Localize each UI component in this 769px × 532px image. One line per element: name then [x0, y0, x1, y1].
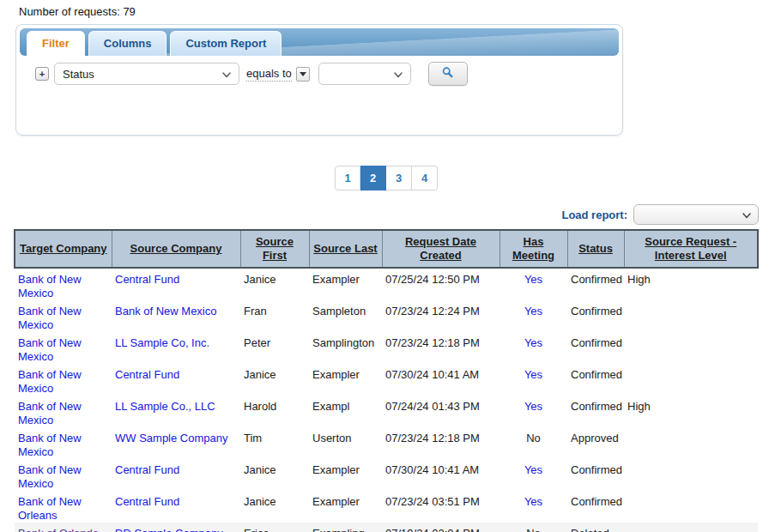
source-last-cell: Exampl	[309, 396, 382, 427]
target-company-link[interactable]: Bank of New Mexico	[18, 463, 82, 490]
status-cell: Deleted	[567, 523, 624, 532]
filter-value-select[interactable]	[318, 63, 411, 85]
has-meeting-link[interactable]: Yes	[524, 463, 542, 476]
source-last-cell: Exampler	[309, 364, 382, 396]
page-button-3[interactable]: 3	[386, 166, 412, 190]
target-company-link[interactable]: Bank of New Mexico	[18, 400, 82, 426]
source-first-cell: Peter	[240, 332, 309, 364]
has-meeting-cell: No	[500, 427, 567, 459]
interest-level-cell	[624, 332, 758, 364]
has-meeting-cell: Yes	[500, 364, 567, 396]
target-company-link[interactable]: Bank of Orlando	[18, 527, 99, 532]
filter-operator-dropdown-button[interactable]	[296, 67, 310, 82]
target-company-link[interactable]: Bank of New Mexico	[18, 368, 82, 395]
column-header-request-date-created[interactable]: Request Date Created	[382, 230, 500, 268]
chevron-down-icon	[742, 209, 751, 221]
search-button[interactable]	[428, 62, 468, 86]
has-meeting-cell: Yes	[500, 268, 567, 300]
filter-panel: FilterColumnsCustom Report Hide Options …	[15, 24, 623, 136]
column-header-source-last[interactable]: Source Last	[309, 230, 382, 268]
tab-bar: FilterColumnsCustom Report	[20, 28, 619, 56]
request-date-created-cell: 07/23/24 03:51 PM	[382, 491, 500, 523]
source-company-link[interactable]: Central Fund	[115, 463, 179, 476]
target-company-cell: Bank of New Mexico	[15, 396, 112, 427]
source-company-cell: Bank of New Mexico	[112, 300, 240, 332]
request-date-created-cell: 07/23/24 12:24 PM	[382, 300, 500, 332]
target-company-cell: Bank of New Mexico	[15, 332, 112, 364]
page-button-4[interactable]: 4	[412, 166, 438, 190]
request-date-created-cell: 07/25/24 12:50 PM	[382, 268, 500, 300]
filter-field-select[interactable]: Status	[54, 63, 239, 85]
source-company-link[interactable]: LL Sample Co, Inc.	[115, 336, 209, 349]
status-cell: Confirmed	[567, 459, 624, 491]
interest-level-cell	[624, 300, 758, 332]
chevron-down-icon	[222, 68, 231, 81]
page-button-2[interactable]: 2	[360, 166, 386, 190]
source-company-cell: Central Fund	[112, 364, 240, 396]
has-meeting-cell: Yes	[500, 332, 567, 364]
source-company-link[interactable]: Bank of New Mexico	[115, 305, 217, 317]
requests-table: Target CompanySource CompanySource First…	[14, 229, 759, 532]
source-company-link[interactable]: Central Fund	[115, 368, 179, 381]
source-last-cell: Userton	[309, 427, 382, 459]
source-first-cell: Harold	[240, 396, 309, 427]
table-row: Bank of OrlandoDD Sample Company [delete…	[15, 523, 758, 532]
has-meeting-link[interactable]: Yes	[524, 400, 542, 413]
target-company-link[interactable]: Bank of New Mexico	[18, 305, 82, 331]
has-meeting-link[interactable]: Yes	[524, 305, 542, 317]
has-meeting-link[interactable]: Yes	[524, 273, 542, 286]
has-meeting-cell: Yes	[500, 300, 567, 332]
request-date-created-cell: 07/24/24 01:43 PM	[382, 396, 500, 427]
source-company-link[interactable]: LL Sample Co., LLC	[115, 400, 215, 413]
status-cell: Approved	[567, 427, 624, 459]
source-first-cell: Janice	[240, 459, 309, 491]
source-last-cell: Exampler	[309, 268, 382, 300]
source-last-cell: Exampling	[309, 523, 382, 532]
tab-custom-report[interactable]: Custom Report	[170, 31, 282, 56]
tab-columns[interactable]: Columns	[88, 31, 167, 56]
source-first-cell: Janice	[240, 364, 309, 396]
target-company-cell: Bank of New Mexico	[15, 300, 112, 332]
column-header-status[interactable]: Status	[567, 230, 624, 268]
column-header-target-company[interactable]: Target Company	[15, 230, 112, 268]
column-header-source-first[interactable]: Source First	[240, 230, 309, 268]
source-company-cell: DD Sample Company [deleted]	[112, 523, 240, 532]
requests-count-label: Number of requests: 79	[19, 5, 769, 18]
target-company-link[interactable]: Bank of New Mexico	[18, 273, 82, 299]
page-button-1[interactable]: 1	[335, 166, 360, 190]
source-company-link[interactable]: Central Fund	[115, 273, 179, 286]
column-header-source-company[interactable]: Source Company	[112, 230, 240, 268]
table-row: Bank of New MexicoLL Sample Co, Inc.Pete…	[15, 332, 758, 364]
tab-filter[interactable]: Filter	[27, 31, 85, 57]
table-row: Bank of New MexicoCentral FundJaniceExam…	[15, 364, 758, 396]
source-last-cell: Sampleton	[309, 300, 382, 332]
request-date-created-cell: 07/23/24 12:18 PM	[382, 427, 500, 459]
has-meeting-link[interactable]: Yes	[524, 368, 542, 381]
status-cell: Confirmed	[567, 364, 624, 396]
source-company-cell: Central Fund	[112, 268, 240, 300]
target-company-link[interactable]: Bank of New Mexico	[18, 432, 82, 458]
add-filter-button[interactable]: +	[35, 67, 49, 81]
has-meeting-link[interactable]: Yes	[524, 495, 542, 508]
interest-level-cell: High	[624, 268, 758, 300]
target-company-cell: Bank of New Orleans	[15, 491, 112, 523]
has-meeting-link[interactable]: Yes	[524, 336, 542, 349]
source-company-link[interactable]: DD Sample Company [deleted]	[115, 527, 223, 532]
source-company-link[interactable]: Central Fund	[115, 495, 179, 508]
source-first-cell: Fran	[240, 300, 309, 332]
source-company-cell: Central Fund	[112, 491, 240, 523]
interest-level-cell	[624, 427, 758, 459]
load-report-select[interactable]	[633, 204, 759, 225]
target-company-link[interactable]: Bank of New Mexico	[18, 336, 82, 363]
source-company-link[interactable]: WW Sample Company	[115, 432, 227, 444]
interest-level-cell	[624, 364, 758, 396]
interest-level-cell	[624, 459, 758, 491]
target-company-link[interactable]: Bank of New Orleans	[18, 495, 82, 522]
status-cell: Confirmed	[567, 491, 624, 523]
column-header-source-request-interest-level[interactable]: Source Request - Interest Level	[624, 230, 758, 268]
filter-operator-label[interactable]: equals to	[246, 67, 292, 82]
column-header-has-meeting[interactable]: Has Meeting	[500, 230, 567, 268]
triangle-down-icon	[300, 72, 306, 80]
chevron-down-icon	[394, 68, 403, 81]
request-date-created-cell: 07/23/24 12:18 PM	[382, 332, 500, 364]
